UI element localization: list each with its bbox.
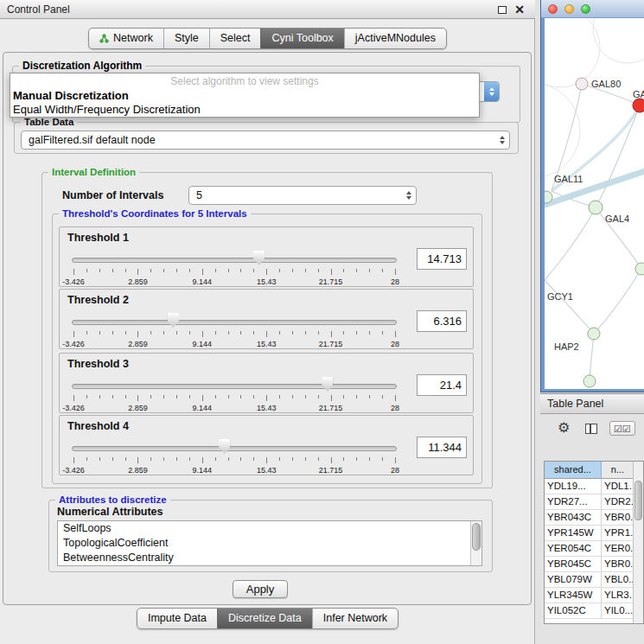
table-row[interactable]: YER054CYER0... (545, 541, 643, 557)
threshold-value-field[interactable]: 6.316 (417, 310, 467, 332)
tab-infer-network[interactable]: Infer Network (312, 609, 398, 628)
table-scrollbar[interactable] (633, 462, 643, 623)
table-cell: YBR045C (545, 557, 602, 572)
network-node[interactable] (583, 375, 596, 387)
network-canvas[interactable]: GAL80GAGAL11GAL4GCY1HAP2 (545, 18, 644, 389)
table-row[interactable]: YBR045CYBR0... (545, 557, 643, 572)
table-cell: YBL079W (545, 572, 602, 588)
list-item[interactable]: TopologicalCoefficient (58, 536, 481, 551)
table-panel-titlebar: Table Panel (540, 393, 644, 414)
table-row[interactable]: YIL052CYIL0... (545, 603, 643, 619)
close-traffic-light-icon[interactable] (548, 4, 558, 14)
zoom-traffic-light-icon[interactable] (581, 4, 590, 14)
threshold-value-field[interactable]: 11.344 (417, 437, 467, 458)
scrollbar-thumb[interactable] (472, 523, 481, 551)
threshold-value-field[interactable]: 21.4 (417, 374, 467, 396)
top-tab-group: NetworkStyleSelectCyni ToolboxjActiveMNo… (88, 28, 447, 49)
slider-thumb[interactable] (322, 377, 333, 392)
tab-label: jActiveMNodules (355, 29, 436, 48)
slider-scale: -3.4262.8599.14415.4321.71528 (73, 340, 395, 349)
slider-scale: -3.4262.8599.14415.4321.71528 (73, 466, 395, 475)
table-cell: YDR2... (602, 494, 634, 510)
tab-network[interactable]: Network (89, 29, 163, 48)
table-cell: YPR145W (545, 526, 602, 541)
slider-thumb[interactable] (253, 251, 265, 265)
threshold-panel-2: Threshold 2-3.4262.8599.14415.4321.71528… (59, 289, 474, 349)
threshold-panel-4: Threshold 4-3.4262.8599.14415.4321.71528… (59, 415, 474, 475)
dropdown-option-manual-discretization[interactable]: Manual Discretization (10, 89, 479, 103)
float-window-icon[interactable] (498, 6, 507, 14)
column-header-1[interactable]: shared... (545, 462, 602, 479)
network-node[interactable] (635, 263, 644, 275)
table-cell: YDL19... (545, 479, 602, 494)
threshold-value-field[interactable]: 14.713 (417, 248, 467, 270)
scrollbar-thumb[interactable] (634, 481, 642, 520)
table-row[interactable]: YLR345WYLR3... (545, 588, 643, 603)
tab-discretize-data[interactable]: Discretize Data (217, 609, 312, 628)
slider-thumb[interactable] (168, 313, 179, 328)
slider-ticks (73, 395, 395, 402)
network-node[interactable] (576, 78, 588, 90)
table-cell: YER054C (545, 541, 602, 557)
network-window-titlebar[interactable] (541, 0, 644, 18)
network-node[interactable] (588, 328, 600, 340)
table-row[interactable]: YDL19...YDL1... (545, 479, 643, 494)
tab-label: Cyni Toolbox (271, 29, 333, 48)
slider-thumb[interactable] (219, 439, 230, 454)
tab-jactivemnodules[interactable]: jActiveMNodules (344, 29, 446, 48)
dropdown-option-equal-width-frequency[interactable]: Equal Width/Frequency Discretization (10, 103, 479, 117)
threshold-slider[interactable]: -3.4262.8599.14415.4321.71528 (72, 312, 397, 350)
table-cell: YPR1... (602, 526, 634, 541)
threshold-label: Threshold 4 (67, 420, 129, 432)
table-row[interactable]: YBL079WYBL0... (545, 572, 643, 588)
threshold-slider[interactable]: -3.4262.8599.14415.4321.71528 (72, 376, 397, 414)
table-row[interactable]: YPR145WYPR1... (545, 526, 643, 541)
attributes-scrollbar[interactable] (470, 521, 481, 565)
table-data-combobox[interactable]: galFiltered.sif default node (21, 131, 510, 150)
table-header-row: shared...n... (545, 462, 643, 479)
numerical-attributes-list[interactable]: SelfLoopsTopologicalCoefficientBetweenne… (57, 520, 482, 566)
tab-style[interactable]: Style (163, 29, 209, 48)
table-cell: YBR043C (545, 510, 602, 526)
network-node[interactable] (545, 191, 552, 203)
list-item[interactable]: SelfLoops (58, 521, 481, 536)
network-graph: GAL80GAGAL11GAL4GCY1HAP2 (545, 18, 644, 389)
threshold-slider[interactable]: -3.4262.8599.14415.4321.71528 (72, 438, 397, 476)
list-item[interactable]: BetweennessCentrality (58, 551, 481, 565)
apply-button[interactable]: Apply (233, 580, 288, 598)
table-panel: ⚙ ☑☑ shared...n... YDL19...YDL1...YDR27.… (540, 415, 644, 644)
gear-icon[interactable]: ⚙ (558, 420, 570, 436)
select-columns-checkboxes-icon[interactable]: ☑☑ (609, 421, 635, 436)
table-panel-title: Table Panel (540, 394, 644, 414)
top-tab-bar: NetworkStyleSelectCyni ToolboxjActiveMNo… (0, 28, 535, 49)
tab-impute-data[interactable]: Impute Data (137, 609, 217, 628)
network-node[interactable] (589, 201, 603, 214)
network-node[interactable] (633, 99, 644, 112)
close-icon[interactable]: ✕ (514, 0, 525, 19)
bottom-tab-group: Impute DataDiscretize DataInfer Network (137, 608, 399, 629)
threshold-slider[interactable]: -3.4262.8599.14415.4321.71528 (72, 250, 397, 288)
slider-track[interactable] (72, 258, 397, 263)
table-cell: YER0... (602, 541, 634, 557)
slider-track[interactable] (72, 320, 397, 325)
tab-select[interactable]: Select (209, 29, 261, 48)
threshold-panel-1: Threshold 1-3.4262.8599.14415.4321.71528… (59, 226, 474, 287)
table-rows: YDL19...YDL1...YDR27...YDR2...YBR043CYBR… (545, 479, 643, 619)
table-cell: YLR345W (545, 588, 602, 603)
combobox-stepper-icon (401, 187, 416, 204)
columns-icon[interactable] (585, 424, 597, 434)
table-row[interactable]: YBR043CYBR0... (545, 510, 643, 526)
slider-track[interactable] (72, 384, 397, 389)
tab-label: Infer Network (323, 609, 387, 628)
table-cell: YDR27... (545, 494, 602, 510)
slider-track[interactable] (72, 446, 397, 451)
column-header-2[interactable]: n... (602, 462, 634, 479)
minimize-traffic-light-icon[interactable] (564, 4, 574, 14)
tab-cyni-toolbox[interactable]: Cyni Toolbox (260, 29, 343, 48)
table-cell: YLR3... (602, 588, 634, 603)
table-row[interactable]: YDR27...YDR2... (545, 494, 643, 510)
number-of-intervals-combobox[interactable]: 5 (188, 186, 417, 205)
threshold-panel-3: Threshold 3-3.4262.8599.14415.4321.71528… (59, 353, 474, 413)
network-faint-arcs (545, 18, 644, 178)
attribute-list-items: SelfLoopsTopologicalCoefficientBetweenne… (58, 521, 481, 565)
